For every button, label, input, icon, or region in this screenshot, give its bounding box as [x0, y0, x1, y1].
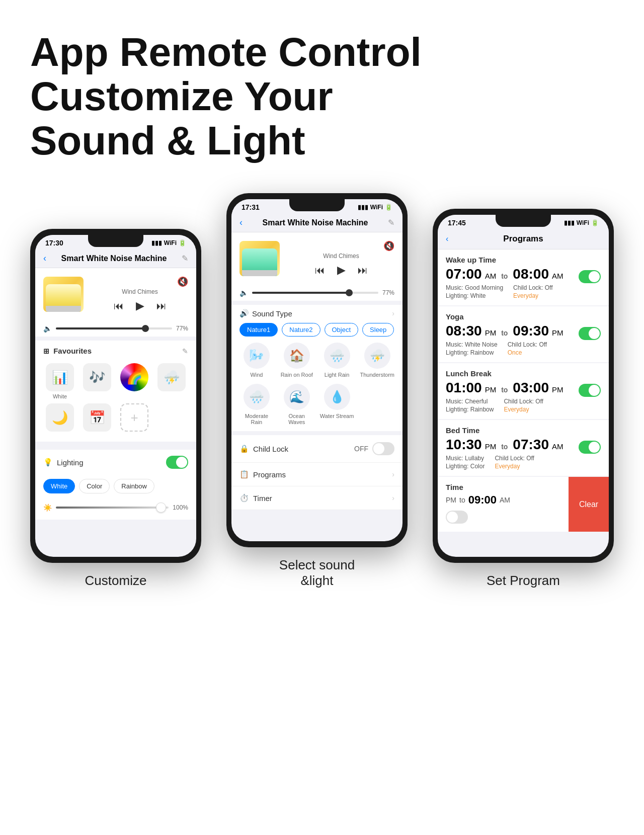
time-row-toggle[interactable]	[446, 511, 468, 524]
phone2-prev-btn[interactable]: ⏮	[315, 265, 325, 276]
sound-moderate-rain[interactable]: 🌧️ Moderate Rain	[239, 384, 274, 425]
phone2-mute-icon[interactable]: 🔇	[288, 240, 394, 252]
clear-button[interactable]: Clear	[569, 477, 609, 532]
program-lunch[interactable]: Lunch Break 01:00 PM to 03:00 PM Music:	[438, 363, 609, 419]
phone1-screen: 17:30 ▮▮▮ WiFi 🔋 ‹ Smart White Noise Mac…	[35, 235, 196, 557]
phone2-child-lock-toggle[interactable]	[372, 442, 394, 455]
program-bed-toggle[interactable]	[579, 441, 601, 456]
phone1-play-btn[interactable]: ▶	[136, 299, 144, 312]
program-wake-up-name: Wake up Time	[446, 256, 601, 264]
phone1-mute-icon[interactable]: 🔇	[92, 276, 188, 287]
phone2-edit-btn[interactable]: ✎	[388, 218, 394, 227]
tag-sleep[interactable]: Sleep	[362, 323, 394, 337]
fav-item-3[interactable]: 🌈	[118, 363, 151, 399]
sound-rain-roof[interactable]: 🏠 Rain on Roof	[280, 343, 314, 378]
fav-item-6[interactable]: 📅	[80, 403, 114, 434]
signal-icon: ▮▮▮	[151, 239, 162, 246]
phone1-wrapper: 17:30 ▮▮▮ WiFi 🔋 ‹ Smart White Noise Mac…	[30, 229, 201, 589]
phone2-device-image	[239, 241, 280, 276]
program-wake-freq: Everyday	[513, 292, 553, 299]
phone1-volume-slider[interactable]	[56, 327, 172, 329]
phone2-caption: Select sound &light	[279, 557, 355, 589]
fav-item-5[interactable]: 🌙	[43, 403, 76, 434]
fav-item-2[interactable]: 🎶	[80, 363, 114, 399]
phone1-fav-edit[interactable]: ✎	[182, 347, 188, 355]
sound-ocean-waves[interactable]: 🌊 Ocean Waves	[280, 384, 314, 425]
phone1-brightness-slider[interactable]	[56, 507, 169, 509]
phone2-back-btn[interactable]: ‹	[239, 217, 243, 228]
program-yoga[interactable]: Yoga 08:30 PM to 09:30 PM Music: White N	[438, 306, 609, 362]
sound-wind[interactable]: 🌬️ Wind	[239, 343, 274, 378]
toggle-lunch[interactable]	[579, 384, 601, 397]
toggle-wake[interactable]	[579, 270, 601, 283]
phone2-next-btn[interactable]: ⏭	[358, 265, 368, 276]
light-icon: 💡	[43, 458, 53, 467]
light-btn-rainbow[interactable]: Rainbow	[114, 479, 154, 493]
fav-icon-6: 📅	[83, 403, 111, 432]
sound-ocean-label: Ocean Waves	[280, 413, 314, 425]
phone2-timer-row[interactable]: ⏱️ Timer ›	[231, 486, 403, 510]
title-line2: Customize Your	[30, 74, 333, 119]
time-toggle-row	[446, 511, 510, 526]
wifi-icon: WiFi	[164, 239, 177, 246]
phone1-prev-btn[interactable]: ⏮	[114, 300, 124, 312]
sound-water-icon: 💧	[324, 384, 350, 410]
sound-wind-icon: 🌬️	[244, 343, 270, 369]
fav-add-btn[interactable]: +	[120, 403, 148, 432]
phone2-volume-row: 🔈 77%	[231, 285, 403, 301]
phone2-wrapper: 17:31 ▮▮▮ WiFi 🔋 ‹ Smart White Noise Mac…	[226, 193, 408, 589]
phone3-caption: Set Program	[487, 573, 560, 589]
program-lunch-toggle[interactable]	[579, 384, 601, 399]
program-bed-name: Bed Time	[446, 426, 601, 435]
toggle-yoga[interactable]	[579, 327, 601, 340]
timer-chevron: ›	[392, 494, 394, 502]
phone1-volume-pct: 77%	[176, 325, 188, 332]
phone2-sound-name: Wind Chimes	[288, 253, 394, 260]
phone1-sound-name: Wind Chimes	[92, 288, 188, 295]
light-btn-color[interactable]: Color	[79, 479, 110, 493]
tag-object[interactable]: Object	[325, 323, 359, 337]
phone1-back-btn[interactable]: ‹	[43, 253, 46, 264]
phone1-notch	[88, 235, 143, 247]
phones-row: 17:30 ▮▮▮ WiFi 🔋 ‹ Smart White Noise Mac…	[30, 193, 614, 589]
program-lunch-name: Lunch Break	[446, 369, 601, 378]
time-label: Time	[446, 483, 510, 491]
fav-icon-3: 🌈	[120, 363, 148, 391]
phone1-lighting-toggle[interactable]	[166, 456, 188, 469]
phone1-media-controls: ⏮ ▶ ⏭	[92, 299, 188, 312]
phone1-next-btn[interactable]: ⏭	[156, 300, 167, 312]
phone1-edit-btn[interactable]: ✎	[182, 254, 188, 263]
program-wake-toggle[interactable]	[579, 270, 601, 285]
phone2-volume-slider[interactable]	[252, 292, 378, 294]
phone1-brightness-row: ☀️ 100%	[35, 499, 196, 520]
fav-item-add[interactable]: +	[118, 403, 151, 434]
sound-water-stream[interactable]: 💧 Water Stream	[320, 384, 354, 425]
program-yoga-toggle[interactable]	[579, 327, 601, 342]
program-time-row-content: Time PM to 09:00 AM	[446, 483, 510, 526]
fav-item-4[interactable]: ⛈️	[155, 363, 188, 399]
phone1-device-controls: 🔇 Wind Chimes ⏮ ▶ ⏭	[84, 276, 188, 312]
phone2-screen: 17:31 ▮▮▮ WiFi 🔋 ‹ Smart White Noise Mac…	[231, 199, 403, 541]
phone2-device-section: 🔇 Wind Chimes ⏮ ▶ ⏭	[231, 232, 403, 285]
phone1-fav-title: ⊞ Favourites	[43, 347, 92, 355]
program-bed-details: Music: Lullaby Lighting: Color Child Loc…	[446, 455, 601, 470]
phone3-back-btn[interactable]: ‹	[446, 234, 448, 243]
tag-nature2[interactable]: Nature2	[282, 323, 320, 337]
toggle-bed[interactable]	[579, 441, 601, 454]
program-wake-up[interactable]: Wake up Time 07:00 AM to 08:00 AM Music:	[438, 249, 609, 305]
phone2-sound-type-section: 🔊 Sound Type › Nature1 Nature2 Object Sl…	[231, 305, 403, 431]
sound-thunderstorm[interactable]: ⛈️ Thunderstorm	[360, 343, 394, 378]
light-btn-white[interactable]: White	[43, 479, 75, 493]
phone2-child-lock-label: 🔒 Child Lock	[239, 444, 288, 453]
phone1-fav-header: ⊞ Favourites ✎	[35, 341, 196, 359]
tag-nature1[interactable]: Nature1	[239, 323, 278, 337]
phone2-status-icons: ▮▮▮ WiFi 🔋	[358, 204, 392, 211]
program-bed[interactable]: Bed Time 10:30 PM to 07:30 AM Music: Lul	[438, 420, 609, 476]
sound-light-rain[interactable]: 🌧️ Light Rain	[320, 343, 354, 378]
brightness-icon: ☀️	[43, 504, 52, 512]
fav-item-white[interactable]: 📊 White	[43, 363, 76, 399]
timer-icon: ⏱️	[239, 493, 249, 503]
phone2-programs-row[interactable]: 📋 Programs ›	[231, 463, 403, 486]
phone2-play-btn[interactable]: ▶	[337, 264, 346, 277]
phone2: 17:31 ▮▮▮ WiFi 🔋 ‹ Smart White Noise Mac…	[226, 193, 408, 547]
